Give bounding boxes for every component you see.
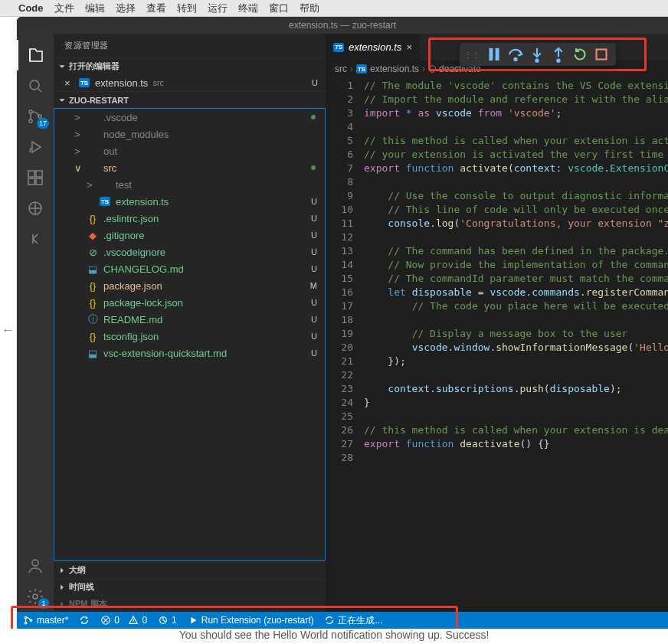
svg-point-13 [514, 58, 516, 60]
app-name[interactable]: Code [18, 2, 44, 14]
svg-point-10 [33, 594, 38, 599]
ts-file-icon: TS [333, 43, 344, 52]
open-editor-item[interactable]: × TS extension.ts src U [54, 74, 326, 91]
menu-edit[interactable]: 编辑 [85, 2, 105, 15]
extensions-view-icon[interactable] [17, 162, 54, 193]
window-title: extension.ts — zuo-restart [289, 20, 396, 31]
tree-item--vscodeignore[interactable]: ⊘.vscodeignoreU [54, 244, 325, 260]
stop-button[interactable] [591, 44, 611, 64]
git-dot [311, 115, 316, 119]
tree-item--eslintrc-json[interactable]: {}.eslintrc.jsonU [54, 210, 325, 227]
open-editor-name: extension.ts [95, 77, 148, 89]
git-branch-item[interactable]: master* [23, 615, 68, 626]
breadcrumb-file[interactable]: extension.ts [370, 64, 419, 74]
git-status: U [311, 332, 317, 341]
close-icon[interactable]: × [64, 77, 77, 89]
menu-goto[interactable]: 转到 [177, 2, 197, 15]
search-view-icon[interactable] [17, 70, 54, 101]
sync-item[interactable] [79, 615, 90, 626]
arrow-view-icon[interactable] [17, 224, 54, 254]
debug-view-icon[interactable] [17, 132, 54, 162]
file-icon: {} [87, 297, 99, 309]
debug-toolbar[interactable]: ⋮⋮ [460, 43, 616, 66]
tree-item-readme-md[interactable]: ⓘREADME.mdU [54, 311, 325, 328]
titlebar[interactable]: extension.ts — zuo-restart [17, 17, 668, 34]
tree-item-package-json[interactable]: {}package.jsonM [54, 277, 325, 294]
tree-item-out[interactable]: >out [54, 142, 325, 159]
menu-file[interactable]: 文件 [54, 2, 74, 15]
settings-icon[interactable]: 1 [17, 581, 54, 612]
tree-item-label: test [116, 179, 132, 191]
activity-bar: 17 1 [17, 34, 54, 612]
docker-view-icon[interactable] [17, 193, 54, 224]
tree-item-node-modules[interactable]: >node_modules [54, 126, 325, 142]
svg-rect-5 [36, 171, 42, 177]
step-over-button[interactable] [506, 44, 526, 64]
debug-toolbar-highlight: ⋮⋮ [428, 38, 647, 71]
tree-item-test[interactable]: >test [54, 176, 325, 193]
svg-rect-4 [28, 171, 34, 177]
drag-handle-icon[interactable]: ⋮⋮ [464, 51, 480, 59]
svg-point-14 [535, 60, 538, 62]
svg-point-18 [25, 622, 27, 624]
tree-item-src[interactable]: ∨src [54, 159, 325, 176]
git-status: U [311, 247, 317, 257]
menu-run[interactable]: 运行 [208, 2, 228, 15]
tree-item-label: package-lock.json [103, 297, 183, 309]
restart-button[interactable] [570, 44, 590, 64]
npm-header[interactable]: NPM 脚本 [54, 595, 326, 612]
menu-select[interactable]: 选择 [116, 2, 136, 15]
code-content[interactable]: // The module 'vscode' contains the VS C… [364, 77, 668, 612]
open-editors-header[interactable]: 打开的编辑器 [54, 57, 326, 74]
building-item[interactable]: 正在生成... [324, 614, 382, 627]
ports-item[interactable]: 1 [158, 615, 177, 626]
tree-item-label: .vscode [103, 112, 138, 123]
browser-back[interactable]: ← [0, 17, 17, 644]
mac-menubar[interactable]: Code 文件 编辑 选择 查看 转到 运行 终端 窗口 帮助 [0, 0, 668, 17]
breadcrumb-src[interactable]: src [335, 64, 347, 74]
close-tab-icon[interactable]: × [406, 41, 412, 53]
tree-item-label: node_modules [103, 129, 169, 140]
menu-window[interactable]: 窗口 [269, 2, 289, 15]
file-icon: ⓘ [87, 312, 99, 326]
tree-item-label: tsconfig.json [103, 331, 159, 342]
step-into-button[interactable] [527, 44, 547, 64]
svg-rect-12 [495, 48, 499, 60]
tree-item-package-lock-json[interactable]: {}package-lock.jsonU [54, 294, 325, 311]
svg-rect-16 [596, 50, 606, 60]
step-out-button[interactable] [548, 44, 568, 64]
tree-item-changelog-md[interactable]: ⬓CHANGELOG.mdU [54, 260, 325, 277]
outline-header[interactable]: 大纲 [54, 561, 326, 578]
explorer-view-icon[interactable] [17, 40, 54, 70]
tree-item--vscode[interactable]: >.vscode [54, 109, 325, 126]
tree-item-tsconfig-json[interactable]: {}tsconfig.jsonU [54, 328, 325, 345]
project-header[interactable]: ZUO-RESTART [54, 91, 326, 108]
explorer-sidebar: 资源管理器 打开的编辑器 × TS extension.ts src U ZUO… [54, 34, 326, 612]
git-status: M [310, 281, 317, 290]
tree-item-label: package.json [103, 280, 162, 292]
menu-help[interactable]: 帮助 [300, 2, 319, 15]
tab-label: extension.ts [349, 41, 401, 53]
tree-item-extension-ts[interactable]: TSextension.tsU [54, 193, 325, 210]
editor-area: TS extension.ts × src› TS extension.ts› … [326, 34, 668, 612]
tree-item-label: vsc-extension-quickstart.md [103, 348, 227, 359]
account-icon[interactable] [17, 551, 54, 581]
tree-item-vsc-extension-quickstart-md[interactable]: ⬓vsc-extension-quickstart.mdU [54, 345, 325, 361]
tree-item--gitignore[interactable]: ◆.gitignoreU [54, 227, 325, 244]
chevron-icon: > [74, 145, 85, 157]
chevron-icon: > [87, 179, 97, 191]
pause-button[interactable] [484, 44, 504, 64]
svg-point-9 [32, 560, 38, 566]
menu-view[interactable]: 查看 [146, 2, 166, 15]
problems-item[interactable]: 0 0 [100, 615, 147, 626]
svg-rect-7 [36, 178, 42, 185]
chevron-icon: ∨ [74, 162, 85, 174]
menu-terminal[interactable]: 终端 [238, 2, 258, 15]
file-tree[interactable]: >.vscode>node_modules>out∨src>testTSexte… [54, 108, 326, 561]
scm-view-icon[interactable]: 17 [17, 101, 54, 132]
timeline-header[interactable]: 时间线 [54, 578, 326, 595]
code-editor[interactable]: 1 2 3 4 5 6 7 8 9 10 11 12 13 14 15 16 1… [326, 77, 668, 612]
line-gutter: 1 2 3 4 5 6 7 8 9 10 11 12 13 14 15 16 1… [326, 77, 364, 612]
tab-extension-ts[interactable]: TS extension.ts × [326, 34, 421, 60]
run-extension-item[interactable]: Run Extension (zuo-restart) [188, 615, 314, 626]
